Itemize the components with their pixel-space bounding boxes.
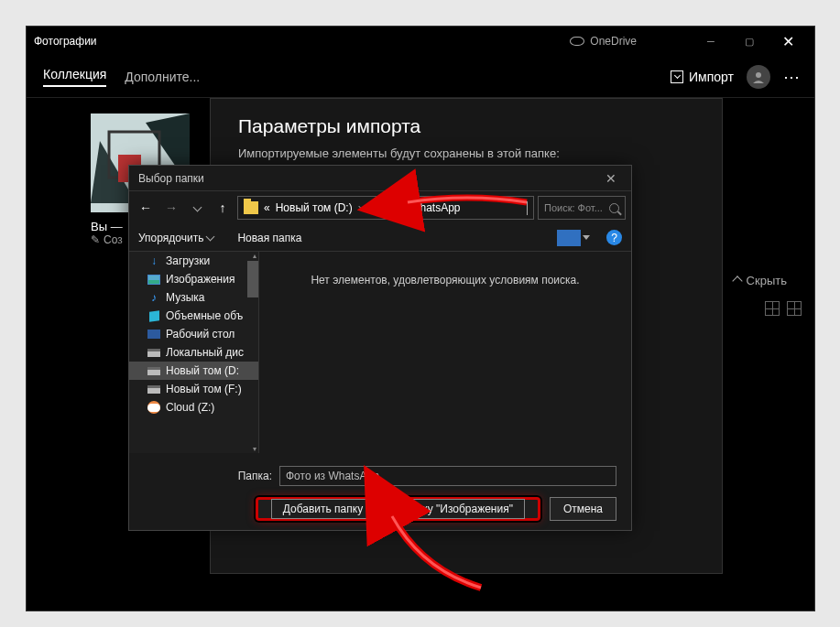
cloud-drive-icon <box>147 401 160 414</box>
edit-icon: ✎ <box>91 233 100 246</box>
view-large-icon[interactable] <box>765 301 780 316</box>
tree-item-label: Музыка <box>166 291 204 304</box>
hide-label: Скрыть <box>747 274 787 287</box>
scroll-down-icon[interactable]: ▾ <box>253 445 256 453</box>
tree-item[interactable]: Cloud (Z:) <box>129 398 258 416</box>
file-pane: Нет элементов, удовлетворяющих условиям … <box>259 252 631 453</box>
more-button[interactable]: ⋯ <box>783 67 802 87</box>
onedrive-label: OneDrive <box>590 35 637 48</box>
organize-menu[interactable]: Упорядочить <box>138 232 213 244</box>
import-button[interactable]: Импорт <box>671 70 734 84</box>
view-small-icon[interactable] <box>787 301 802 316</box>
import-icon <box>671 70 683 83</box>
music-icon: ♪ <box>147 291 160 304</box>
tree-item-label: Cloud (Z:) <box>166 401 214 414</box>
scrollbar-thumb[interactable] <box>247 261 258 297</box>
drive-icon <box>147 346 160 359</box>
app-tabs: Коллекция Дополните... Импорт ⋯ <box>27 56 814 98</box>
tree-item[interactable]: Изображения <box>129 270 258 288</box>
view-options-button[interactable] <box>557 230 581 246</box>
app-titlebar: Фотографии OneDrive ─ ▢ ✕ <box>27 27 814 56</box>
tree-item-label: Рабочий стол <box>166 328 235 341</box>
tree-item-label: Загрузки <box>166 254 210 267</box>
cancel-label: Отмена <box>563 503 603 515</box>
breadcrumb-drive[interactable]: Новый том (D:) <box>276 201 353 214</box>
picker-titlebar: Выбор папки ✕ <box>129 166 631 191</box>
tree-item[interactable]: Рабочий стол <box>129 325 258 343</box>
picker-title-label: Выбор папки <box>138 172 600 185</box>
tree-item-label: Изображения <box>166 273 235 286</box>
download-icon: ↓ <box>147 254 160 267</box>
cancel-button[interactable]: Отмена <box>550 497 616 521</box>
new-folder-button[interactable]: Новая папка <box>237 232 301 244</box>
pictures-icon <box>147 273 160 286</box>
picker-body: ▴ ▾ ↓ЗагрузкиИзображения♪МузыкаОбъемные … <box>129 252 631 453</box>
organize-label: Упорядочить <box>138 232 203 244</box>
close-button[interactable]: ✕ <box>769 28 807 54</box>
folder-field-value: Фото из WhatsApp <box>286 470 379 482</box>
search-box[interactable]: Поиск: Фот... <box>538 196 626 220</box>
app-title: Фотографии <box>34 35 570 48</box>
folder-tree[interactable]: ▴ ▾ ↓ЗагрузкиИзображения♪МузыкаОбъемные … <box>129 252 259 453</box>
nav-up-button[interactable]: ↑ <box>212 197 234 219</box>
drive-icon <box>147 383 160 395</box>
breadcrumb-sep: › <box>358 201 362 214</box>
picker-close-button[interactable]: ✕ <box>600 168 622 189</box>
chevron-up-icon <box>732 276 742 286</box>
help-button[interactable]: ? <box>606 230 622 245</box>
tree-item[interactable]: Локальный дис <box>129 343 258 362</box>
desktop-icon <box>147 328 160 341</box>
tab-more[interactable]: Дополните... <box>125 70 200 84</box>
new-folder-label: Новая папка <box>237 232 301 244</box>
scroll-up-icon[interactable]: ▴ <box>253 252 256 260</box>
thumb-sub-label: Соз <box>104 233 123 246</box>
tree-item[interactable]: Объемные объ <box>129 307 258 325</box>
folder-field-input[interactable]: Фото из WhatsApp <box>279 466 616 486</box>
nav-back-button[interactable]: ← <box>135 197 157 219</box>
maximize-button[interactable]: ▢ <box>730 28 769 54</box>
folder-field-label: Папка: <box>144 470 272 482</box>
onedrive-status[interactable]: OneDrive <box>570 35 637 48</box>
tree-item[interactable]: ♪Музыка <box>129 288 258 307</box>
tab-collection[interactable]: Коллекция <box>43 67 106 87</box>
view-mode-switcher <box>765 301 802 316</box>
picker-toolbar: Упорядочить Новая папка ? <box>129 224 631 252</box>
annotation-arrow-1 <box>394 186 531 226</box>
search-placeholder: Поиск: Фот... <box>544 202 603 213</box>
svg-point-0 <box>756 72 761 78</box>
drive-icon <box>147 364 160 377</box>
nav-recent-button[interactable] <box>186 197 208 219</box>
tree-item[interactable]: Новый том (D: <box>129 362 258 380</box>
folder-picker-dialog: Выбор папки ✕ ← → ↑ « Новый том (D:) › Ф… <box>128 165 632 531</box>
user-avatar[interactable] <box>747 65 770 89</box>
drive-icon <box>244 201 258 214</box>
import-label: Импорт <box>689 70 734 84</box>
annotation-arrow-2 <box>376 505 495 600</box>
tree-item[interactable]: ↓Загрузки <box>129 252 258 270</box>
3d-objects-icon <box>147 309 160 322</box>
tree-item-label: Новый том (F:) <box>166 383 242 395</box>
picker-nav: ← → ↑ « Новый том (D:) › Фото из WhatsAp… <box>129 191 631 224</box>
nav-forward-button[interactable]: → <box>160 197 182 219</box>
tree-item-label: Новый том (D: <box>166 364 239 377</box>
chevron-down-icon <box>206 232 215 242</box>
tree-item-label: Объемные объ <box>166 309 243 322</box>
breadcrumb-prefix: « <box>264 201 270 214</box>
search-icon <box>609 203 619 213</box>
tree-item-label: Локальный дис <box>166 346 244 359</box>
import-panel-title: Параметры импорта <box>211 99 722 146</box>
hide-link[interactable]: Скрыть <box>734 274 787 287</box>
cloud-icon <box>570 37 584 46</box>
minimize-button[interactable]: ─ <box>692 28 730 54</box>
empty-message: Нет элементов, удовлетворяющих условиям … <box>311 274 579 286</box>
tree-item[interactable]: Новый том (F:) <box>129 380 258 398</box>
